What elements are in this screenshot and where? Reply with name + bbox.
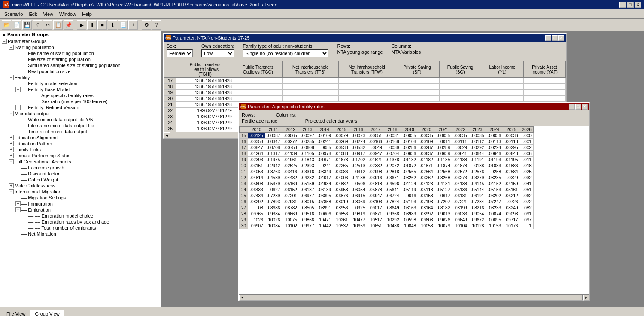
- nta-cell-0-0[interactable]: 1366.19516651928: [176, 78, 234, 84]
- fert-cell-15-15[interactable]: .10176: [503, 223, 520, 229]
- fert-cell-6-2[interactable]: .03416: [282, 169, 299, 175]
- fert-cell-13-13[interactable]: .09054: [469, 211, 486, 217]
- fert-cell-0-4[interactable]: .00109: [316, 133, 333, 139]
- fert-cell-14-8[interactable]: .10292: [384, 217, 401, 223]
- nta-cell-2-2[interactable]: [283, 90, 339, 96]
- fert-cell-3-6[interactable]: .00917: [350, 151, 367, 157]
- fert-cell-12-15[interactable]: .08249: [503, 205, 520, 211]
- fert-cell-5-8[interactable]: .02072: [384, 163, 401, 169]
- sidebar-item-24[interactable]: +Male Childlessness: [0, 183, 161, 189]
- nta-cell-0-1[interactable]: [234, 78, 282, 84]
- fert-cell-7-6[interactable]: .04188: [350, 175, 367, 181]
- toolbar-run-btn[interactable]: ▶: [77, 20, 86, 30]
- fert-cell-0-10[interactable]: .00035: [418, 133, 435, 139]
- fert-cell-13-1[interactable]: .09384: [265, 211, 282, 217]
- sidebar-item-29[interactable]: –– –– Emigration model choice: [0, 213, 161, 219]
- toolbar-open-btn[interactable]: 📂: [2, 20, 11, 30]
- fert-cell-13-6[interactable]: .09819: [350, 211, 367, 217]
- sidebar-item-14[interactable]: –– File name micro-data output file: [0, 123, 161, 129]
- fert-cell-3-2[interactable]: .01139: [282, 151, 299, 157]
- fert-cell-15-11[interactable]: .10079: [435, 223, 452, 229]
- menu-scenario[interactable]: Scenario: [2, 11, 25, 18]
- fert-cell-6-15[interactable]: .02584: [503, 169, 520, 175]
- sidebar-item-9[interactable]: –– –– Age specific fertility rates: [0, 92, 161, 98]
- fert-maximize-btn[interactable]: □: [575, 104, 581, 110]
- fert-cell-5-12[interactable]: .01878: [452, 163, 469, 169]
- fert-cell-4-8[interactable]: .01378: [384, 157, 401, 163]
- nta-cell-3-5[interactable]: [439, 96, 481, 102]
- fert-cell-11-1[interactable]: .07893: [265, 199, 282, 205]
- nta-cell-3-7[interactable]: [523, 96, 565, 102]
- fert-cell-0-16[interactable]: .000: [520, 133, 533, 139]
- fert-cell-11-5[interactable]: .08019: [333, 199, 350, 205]
- fert-cell-13-8[interactable]: .09368: [384, 211, 401, 217]
- sidebar-item-4[interactable]: –– Simulated sample size of starting pop…: [0, 62, 161, 68]
- sidebar-item-1[interactable]: −Starting population: [0, 44, 161, 50]
- sidebar-item-15[interactable]: –– Time(s) of micro-data output: [0, 129, 161, 135]
- fert-cell-3-0[interactable]: .01264: [248, 151, 265, 157]
- fert-cell-5-0[interactable]: .03151: [248, 163, 265, 169]
- toolbar-help-btn[interactable]: ?: [152, 20, 161, 30]
- fert-cell-10-8[interactable]: .06724: [384, 193, 401, 199]
- fert-cell-8-5[interactable]: .04882: [333, 181, 350, 187]
- menu-help[interactable]: Help: [79, 11, 94, 18]
- fert-cell-15-12[interactable]: .10104: [452, 223, 469, 229]
- fert-cell-1-0[interactable]: .00358: [248, 139, 265, 145]
- expand-btn-8[interactable]: −: [15, 87, 21, 92]
- fert-cell-5-7[interactable]: .02332: [367, 163, 384, 169]
- fert-cell-5-11[interactable]: .01874: [435, 163, 452, 169]
- sidebar-item-23[interactable]: –– Cohort Weight: [0, 177, 161, 183]
- nta-cell-3-6[interactable]: [481, 96, 523, 102]
- toolbar-add-btn[interactable]: +: [128, 20, 138, 30]
- fert-cell-7-4[interactable]: .04017: [316, 175, 333, 181]
- fert-cell-5-16[interactable]: .018: [520, 163, 533, 169]
- sidebar-scroll-up[interactable]: ▲: [2, 32, 6, 37]
- nta-cell-2-5[interactable]: [439, 90, 481, 96]
- nta-cell-1-6[interactable]: [481, 84, 523, 90]
- fert-cell-8-2[interactable]: .05169: [282, 181, 299, 187]
- fert-cell-8-0[interactable]: .05608: [248, 181, 265, 187]
- toolbar-save-btn[interactable]: 💾: [22, 20, 32, 30]
- fert-table-container[interactable]: 2010201120122013201420152016201720182019…: [239, 126, 589, 294]
- expand-btn-17[interactable]: +: [9, 141, 14, 146]
- sidebar-item-17[interactable]: +Education Pattern: [0, 141, 161, 147]
- fert-cell-2-6[interactable]: .00532: [350, 145, 367, 151]
- fert-cell-13-14[interactable]: .09074: [486, 211, 503, 217]
- fert-cell-9-2[interactable]: .06152: [282, 187, 299, 193]
- fert-cell-5-1[interactable]: .02942: [265, 163, 282, 169]
- fert-cell-5-14[interactable]: .01883: [486, 163, 503, 169]
- fert-cell-2-16[interactable]: .002: [520, 145, 533, 151]
- fert-cell-1-4[interactable]: .00241: [316, 139, 333, 145]
- close-button[interactable]: ✕: [635, 2, 641, 8]
- nta-cell-2-6[interactable]: [481, 90, 523, 96]
- toolbar-settings-btn[interactable]: ⚙: [142, 20, 151, 30]
- sidebar-item-16[interactable]: +Education Alignment: [0, 135, 161, 141]
- tab-group-view[interactable]: Group View: [30, 310, 64, 316]
- sidebar-item-7[interactable]: –– Fertility model selection: [0, 80, 161, 86]
- sidebar-item-6[interactable]: −Fertility: [0, 74, 161, 80]
- fert-cell-8-9[interactable]: .04124: [401, 181, 418, 187]
- fert-cell-11-10[interactable]: .07193: [418, 199, 435, 205]
- fert-cell-3-5[interactable]: .01083: [333, 151, 350, 157]
- sidebar-item-8[interactable]: −–– Fertility Base Model: [0, 86, 161, 92]
- fert-cell-15-0[interactable]: .09907: [248, 223, 265, 229]
- fert-cell-0-6[interactable]: .00073: [350, 133, 367, 139]
- toolbar-print-btn[interactable]: 🖨: [33, 20, 42, 30]
- fert-cell-2-0[interactable]: .00847: [248, 145, 265, 151]
- fert-cell-0-12[interactable]: .00035: [452, 133, 469, 139]
- fert-cell-12-6[interactable]: .0925: [350, 205, 367, 211]
- fert-cell-4-6[interactable]: .01702: [350, 157, 367, 163]
- fert-cell-14-2[interactable]: .10075: [282, 217, 299, 223]
- fert-cell-10-9[interactable]: .0616: [401, 193, 418, 199]
- fert-cell-10-3[interactable]: .06977: [299, 193, 316, 199]
- fert-cell-2-2[interactable]: .00753: [282, 145, 299, 151]
- fert-cell-11-15[interactable]: .0726: [503, 199, 520, 205]
- fert-cell-9-15[interactable]: .05161: [503, 187, 520, 193]
- fert-cell-8-16[interactable]: .041: [520, 181, 533, 187]
- fert-cell-6-11[interactable]: .02568: [435, 169, 452, 175]
- fert-cell-2-7[interactable]: .0049: [367, 145, 384, 151]
- fert-cell-3-12[interactable]: .00641: [452, 151, 469, 157]
- fert-cell-10-13[interactable]: .06191: [469, 193, 486, 199]
- fert-cell-15-8[interactable]: .10488: [384, 223, 401, 229]
- fert-cell-8-8[interactable]: .04596: [384, 181, 401, 187]
